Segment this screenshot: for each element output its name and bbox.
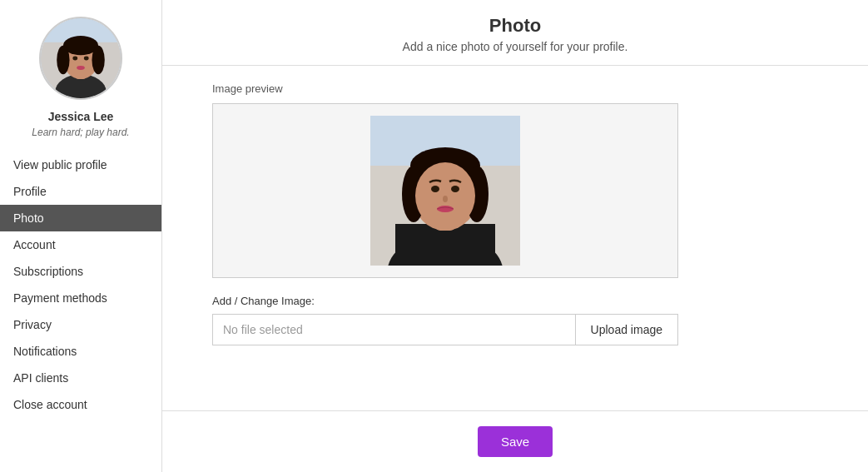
image-preview-label: Image preview xyxy=(212,82,818,95)
svg-point-23 xyxy=(443,196,448,202)
page-title: Photo xyxy=(179,15,851,37)
sidebar-item-view-public-profile[interactable]: View public profile xyxy=(0,152,161,178)
svg-point-9 xyxy=(84,57,89,61)
sidebar-item-photo[interactable]: Photo xyxy=(0,205,161,231)
svg-point-21 xyxy=(431,186,439,192)
svg-point-8 xyxy=(72,57,77,61)
sidebar-item-close-account[interactable]: Close account xyxy=(0,391,161,418)
main-footer: Save xyxy=(162,411,868,472)
user-bio: Learn hard; play hard. xyxy=(23,127,137,138)
user-name: Jessica Lee xyxy=(48,110,114,123)
page-header: Photo Add a nice photo of yourself for y… xyxy=(162,0,868,66)
sidebar-item-privacy[interactable]: Privacy xyxy=(0,311,161,338)
main-body: Image preview xyxy=(162,66,868,411)
svg-point-22 xyxy=(451,186,459,192)
sidebar-item-notifications[interactable]: Notifications xyxy=(0,338,161,365)
file-input-row: No file selected Upload image xyxy=(212,314,678,345)
file-name-display: No file selected xyxy=(213,315,575,345)
sidebar-item-account[interactable]: Account xyxy=(0,231,161,258)
main-content: Photo Add a nice photo of yourself for y… xyxy=(162,0,868,472)
svg-point-6 xyxy=(57,46,69,75)
upload-image-button[interactable]: Upload image xyxy=(575,315,677,345)
image-preview-box xyxy=(212,103,678,278)
sidebar-item-payment-methods[interactable]: Payment methods xyxy=(0,285,161,311)
svg-point-7 xyxy=(92,46,104,75)
change-image-label: Add / Change Image: xyxy=(212,295,818,307)
sidebar: Jessica Lee Learn hard; play hard. View … xyxy=(0,0,162,472)
preview-image xyxy=(370,116,520,266)
svg-point-10 xyxy=(77,66,85,70)
sidebar-item-api-clients[interactable]: API clients xyxy=(0,365,161,391)
sidebar-item-subscriptions[interactable]: Subscriptions xyxy=(0,258,161,285)
save-button[interactable]: Save xyxy=(478,426,553,457)
svg-point-24 xyxy=(437,206,454,212)
sidebar-item-profile[interactable]: Profile xyxy=(0,178,161,205)
avatar xyxy=(39,17,122,100)
sidebar-navigation: View public profile Profile Photo Accoun… xyxy=(0,152,161,418)
page-subtitle: Add a nice photo of yourself for your pr… xyxy=(179,40,851,53)
